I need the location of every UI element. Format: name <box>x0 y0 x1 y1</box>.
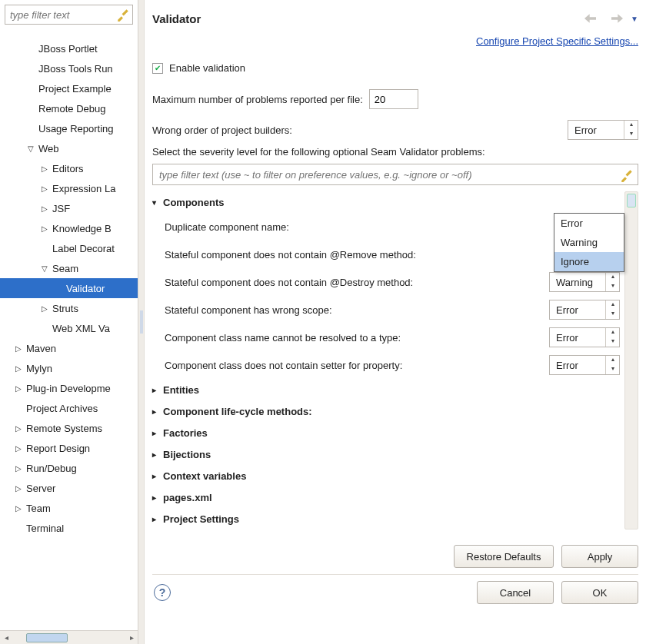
severity-intro-label: Select the severity level for the follow… <box>152 146 638 158</box>
tree-item-label: Server <box>23 483 55 494</box>
ok-button[interactable]: OK <box>561 581 638 604</box>
expand-icon: ▷ <box>14 424 23 433</box>
tree-item[interactable]: Remote Debug <box>0 98 138 118</box>
cancel-button[interactable]: Cancel <box>477 581 554 604</box>
tree-item-label: Knowledge B <box>49 223 112 234</box>
tree-item[interactable]: ▷Expression La <box>0 178 138 198</box>
wrong-order-label: Wrong order of project builders: <box>152 124 568 136</box>
tree-item[interactable]: ▷Remote Systems <box>0 418 138 438</box>
tree-item[interactable]: Usage Reporting <box>0 118 138 138</box>
severity-row: Stateful component has wrong scope:Error… <box>152 296 620 324</box>
severity-row-label: Component class name cannot be resolved … <box>165 332 549 344</box>
tree-item[interactable]: Terminal <box>0 518 138 538</box>
section-collapsed[interactable]: ▸Factories <box>152 422 620 443</box>
severity-select[interactable]: Warning▴▾ <box>549 272 620 292</box>
restore-defaults-button[interactable]: Restore Defaults <box>454 545 554 568</box>
section-collapsed[interactable]: ▸Bijections <box>152 443 620 465</box>
menu-dropdown-icon[interactable]: ▼ <box>631 15 638 23</box>
tree-item[interactable]: ▷Run/Debug <box>0 458 138 478</box>
tree-item[interactable]: ▽Web <box>0 138 138 158</box>
max-problems-label: Maximum number of problems reported per … <box>152 94 363 105</box>
expand-icon: ▷ <box>14 464 23 473</box>
tree-item-label: Label Decorat <box>49 243 115 254</box>
tree-item-label: Validator <box>63 283 105 294</box>
dropdown-option[interactable]: Warning <box>554 233 624 252</box>
severity-row-label: Stateful component has wrong scope: <box>165 304 549 316</box>
section-collapsed[interactable]: ▸Project Settings <box>152 508 620 529</box>
section-collapsed[interactable]: ▸pages.xml <box>152 486 620 508</box>
dropdown-option[interactable]: Ignore <box>554 252 624 271</box>
section-collapsed[interactable]: ▸Component life-cycle methods: <box>152 400 620 422</box>
expand-icon: ▸ <box>152 472 163 480</box>
section-collapsed[interactable]: ▸Entities <box>152 379 620 400</box>
tree-item-label: Usage Reporting <box>35 123 114 134</box>
severity-row: Stateful component does not contain @Des… <box>152 268 620 296</box>
tree-item-label: Remote Debug <box>35 103 105 115</box>
expand-icon: ▷ <box>14 364 23 373</box>
severity-select[interactable]: Error▴▾ <box>549 355 620 375</box>
scroll-left-icon[interactable]: ◂ <box>0 632 12 644</box>
help-icon[interactable]: ? <box>154 584 171 601</box>
preferences-tree[interactable]: JBoss PortletJBoss Tools RunProject Exam… <box>0 29 138 630</box>
expand-icon: ▸ <box>152 515 163 523</box>
wrong-order-select[interactable]: Error ▴▾ <box>568 120 638 140</box>
tree-item[interactable]: ▷Editors <box>0 158 138 178</box>
section-components[interactable]: ▾ Components <box>152 191 620 213</box>
forward-icon[interactable] <box>608 13 623 24</box>
apply-button[interactable]: Apply <box>561 545 638 568</box>
tree-item-label: Run/Debug <box>23 463 77 474</box>
tree-item[interactable]: Project Example <box>0 78 138 98</box>
tree-item[interactable]: Web XML Va <box>0 318 138 338</box>
tree-item[interactable]: ▷Knowledge B <box>0 218 138 238</box>
dropdown-option[interactable]: Error <box>554 214 624 233</box>
sash[interactable] <box>138 0 145 644</box>
scrollbar-thumb[interactable] <box>26 633 68 642</box>
expand-icon: ▸ <box>152 407 163 416</box>
scrollbar-thumb[interactable] <box>627 194 636 207</box>
severity-row-label: Stateful component does not contain @Des… <box>165 277 549 288</box>
clear-filter-icon[interactable] <box>116 8 130 22</box>
expand-icon: ▷ <box>14 504 23 513</box>
tree-item[interactable]: ▷Team <box>0 498 138 518</box>
expand-icon: ▷ <box>40 304 49 313</box>
tree-item-label: JBoss Portlet <box>35 43 98 55</box>
max-problems-input[interactable] <box>369 89 418 109</box>
enable-validation-checkbox[interactable]: ✔ <box>152 63 163 74</box>
tree-item[interactable]: Project Archives <box>0 398 138 418</box>
severity-select[interactable]: Error▴▾ <box>549 300 620 320</box>
tree-item[interactable]: ▷Report Design <box>0 438 138 458</box>
expand-icon: ▷ <box>40 164 49 173</box>
tree-item[interactable]: ▷Struts <box>0 298 138 318</box>
tree-item-label: Web <box>35 143 59 154</box>
severity-filter-input[interactable] <box>152 164 638 185</box>
tree-item[interactable]: JBoss Tools Run <box>0 58 138 78</box>
scroll-right-icon[interactable]: ▸ <box>125 632 138 644</box>
tree-item[interactable]: ▷JSF <box>0 198 138 218</box>
severity-row: Component class name cannot be resolved … <box>152 324 620 351</box>
tree-item[interactable]: Label Decorat <box>0 238 138 258</box>
clear-severity-filter-icon[interactable] <box>620 168 634 182</box>
tree-item[interactable]: JBoss Portlet <box>0 38 138 58</box>
tree-item-label: Report Design <box>23 443 90 454</box>
back-icon[interactable] <box>584 13 600 24</box>
severity-select[interactable]: Error▴▾ <box>549 327 620 347</box>
severity-dropdown-open[interactable]: ErrorWarningIgnore <box>554 213 624 272</box>
tree-item[interactable]: ▽Seam <box>0 258 138 278</box>
tree-item[interactable]: ▷Maven <box>0 338 138 358</box>
severity-row-label: Stateful component does not contain @Rem… <box>165 249 620 261</box>
section-collapsed[interactable]: ▸Context variables <box>152 465 620 486</box>
configure-project-link[interactable]: Configure Project Specific Settings... <box>476 35 638 47</box>
tree-item-label: JSF <box>49 203 70 214</box>
tree-item-label: Seam <box>49 263 78 274</box>
tree-filter-input[interactable] <box>5 5 133 25</box>
tree-item[interactable]: Validator <box>0 278 138 298</box>
tree-item[interactable]: ▷Mylyn <box>0 358 138 378</box>
tree-item[interactable]: ▷Server <box>0 478 138 498</box>
settings-vertical-scrollbar[interactable] <box>624 191 638 529</box>
severity-row: Stateful component does not contain @Rem… <box>152 241 620 268</box>
expand-icon: ▷ <box>14 344 23 353</box>
tree-item-label: Struts <box>49 303 78 314</box>
severity-row: Duplicate component name: <box>152 213 620 241</box>
tree-item[interactable]: ▷Plug-in Developme <box>0 378 138 398</box>
tree-horizontal-scrollbar[interactable]: ◂ ▸ <box>0 630 138 644</box>
